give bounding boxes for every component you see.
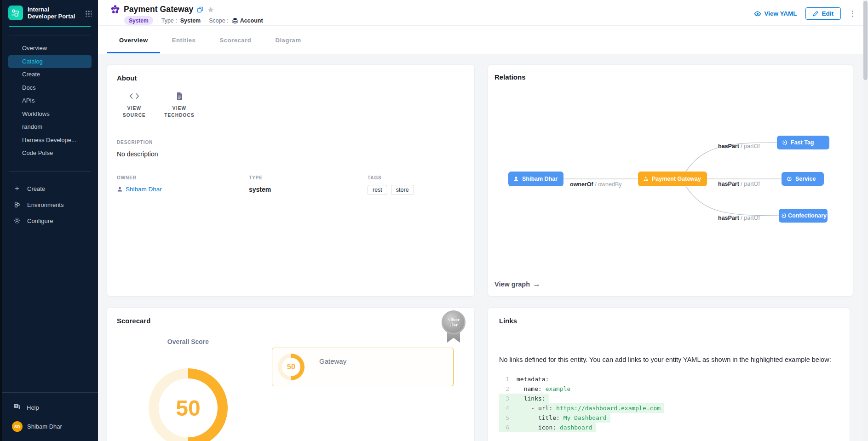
code-line-1: 1metadata: <box>499 374 839 384</box>
chip-icon <box>782 139 788 146</box>
graph-node-fast-tag[interactable]: Fast Tag <box>777 136 829 149</box>
scrollbar-thumb[interactable] <box>863 1 868 80</box>
arrow-right-icon: → <box>533 280 540 289</box>
entity-header: Payment Gateway System · Type : Sys <box>98 0 868 26</box>
pencil-icon <box>813 11 819 17</box>
help-button[interactable]: ? Help <box>2 400 98 415</box>
logo-divider <box>9 26 91 27</box>
view-yaml-button[interactable]: View YAML <box>754 10 797 17</box>
overall-score-value: 50 <box>176 395 200 421</box>
environments-icon <box>13 201 21 208</box>
code-line-3: 3 links: <box>499 394 839 403</box>
tab-entities[interactable]: Entities <box>160 26 208 54</box>
sidebar-item-harness-develope[interactable]: Harness Develope... <box>8 134 92 147</box>
gateway-score-value: 50 <box>287 363 295 371</box>
links-title: Links <box>499 317 839 325</box>
chip-icon <box>781 212 787 219</box>
type-field-label: TYPE <box>249 175 368 180</box>
sidebar-item-catalog[interactable]: Catalog <box>8 55 92 69</box>
page-title: Payment Gateway <box>124 5 193 14</box>
about-title: About <box>117 74 465 82</box>
badge-medal: SilverTier <box>442 310 466 334</box>
type-label: Type : <box>161 17 177 24</box>
code-line-5: 5 title: My Dashboard <box>499 413 839 423</box>
view-source-button[interactable]: VIEW SOURCE <box>117 91 152 119</box>
sidebar-item-docs[interactable]: Docs <box>8 81 92 95</box>
user-name: Shibam Dhar <box>27 423 62 430</box>
scorecard-title: Scorecard <box>117 317 465 325</box>
sidebar-item-random[interactable]: random <box>8 120 92 134</box>
nav-divider-bottom <box>9 171 91 172</box>
app-grid-icon[interactable] <box>85 10 92 17</box>
help-icon: ? <box>13 403 21 412</box>
more-options-icon[interactable] <box>849 9 856 19</box>
graph-node-service[interactable]: Service <box>782 172 824 186</box>
copy-icon[interactable] <box>197 6 203 13</box>
code-line-2: 2 name: example <box>499 384 839 394</box>
edit-button[interactable]: Edit <box>805 7 841 20</box>
tags-label: TAGS <box>368 175 465 180</box>
sidebar-nav: OverviewCatalogCreateDocsAPIsWorkflowsra… <box>2 42 98 160</box>
portal-logo-icon[interactable] <box>8 6 23 20</box>
graph-node-confectionary[interactable]: Confectionary <box>779 209 828 223</box>
star-icon[interactable] <box>207 6 214 13</box>
plus-icon: + <box>13 184 21 193</box>
tag-chip-rest[interactable]: rest <box>368 185 387 195</box>
shapes-icon <box>643 176 649 182</box>
main-area: Payment Gateway System · Type : Sys <box>98 0 868 441</box>
tag-chip-store[interactable]: store <box>391 185 414 195</box>
nav-divider-top <box>9 35 91 35</box>
tabbar: OverviewEntitiesScorecardDiagram <box>98 26 868 54</box>
gear-icon <box>13 217 21 224</box>
system-entity-icon <box>110 5 120 14</box>
tab-overview[interactable]: Overview <box>107 26 160 54</box>
overall-score-label: Overall Score <box>149 338 228 345</box>
relations-graph: Shibam Dhar Payment Gateway Fast Tag <box>488 65 853 296</box>
scope-label: Scope : <box>209 17 228 24</box>
type-field-value: system <box>249 186 368 193</box>
eye-icon <box>754 10 761 17</box>
tab-diagram[interactable]: Diagram <box>263 26 313 54</box>
edge-label-haspart-3: hasPart / partOf <box>718 215 760 221</box>
person-icon <box>117 186 123 192</box>
edge-label-ownerof: ownerOf / ownedBy <box>570 181 622 188</box>
account-icon <box>232 17 238 24</box>
silver-tier-badge: SilverTier <box>441 310 466 349</box>
scope-value: Account <box>240 17 263 24</box>
footer-divider <box>2 392 98 393</box>
sidebar-environments-button[interactable]: Environments <box>2 197 98 213</box>
view-techdocs-button[interactable]: VIEW TECHDOCS <box>162 91 197 119</box>
edge-label-haspart-1: hasPart / partOf <box>718 143 760 149</box>
edge-label-haspart-2: hasPart / partOf <box>718 181 760 187</box>
overall-score-donut: 50 <box>149 368 228 441</box>
sidebar-item-workflows[interactable]: Workflows <box>8 108 92 121</box>
scorecard-tile-gateway[interactable]: 50 Gateway <box>272 348 454 386</box>
relations-card: Relations Shibam Dhar <box>488 64 853 297</box>
svg-text:?: ? <box>15 404 17 408</box>
graph-node-shibam-dhar[interactable]: Shibam Dhar <box>508 172 563 186</box>
user-menu[interactable]: SD Shibam Dhar <box>2 415 98 441</box>
chip-icon <box>786 176 793 182</box>
sidebar-item-create[interactable]: Create <box>8 68 92 81</box>
sidebar-item-apis[interactable]: APIs <box>8 94 92 108</box>
owner-label: OWNER <box>117 175 249 180</box>
tags-row: reststore <box>368 185 465 195</box>
code-line-4: 4 - url: https://dashboard.example.com <box>499 403 839 413</box>
circuit-icon <box>11 8 21 18</box>
graph-node-payment-gateway[interactable]: Payment Gateway <box>638 172 707 186</box>
type-value: System <box>180 17 201 24</box>
view-graph-link[interactable]: View graph → <box>494 280 540 289</box>
owner-link[interactable]: Shibam Dhar <box>117 186 249 193</box>
scorecard-card: Scorecard Overall Score 50 50 Gateway Si… <box>107 307 475 441</box>
document-icon <box>162 91 197 101</box>
sidebar-item-overview[interactable]: Overview <box>8 42 92 55</box>
tab-scorecard[interactable]: Scorecard <box>207 26 263 54</box>
avatar: SD <box>12 421 23 432</box>
sidebar-configure-button[interactable]: Configure <box>2 213 98 229</box>
sidebar-create-button[interactable]: + Create <box>2 181 98 197</box>
sidebar-item-code-pulse[interactable]: Code Pulse <box>8 147 92 160</box>
yaml-example-code: 1metadata:2 name: example3 links:4 - url… <box>499 374 839 432</box>
description-value: No description <box>117 150 465 158</box>
about-card: About VIEW SOURCE <box>107 64 475 297</box>
content: About VIEW SOURCE <box>98 54 868 441</box>
